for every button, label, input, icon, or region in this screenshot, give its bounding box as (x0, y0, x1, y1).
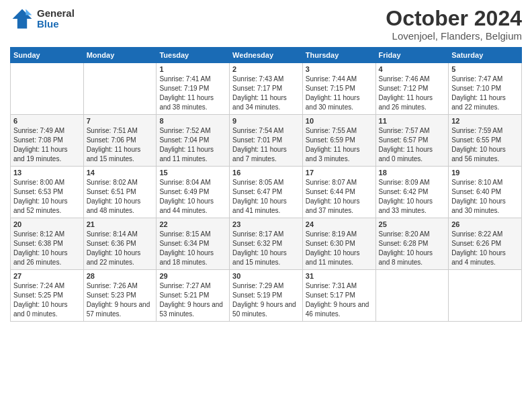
day-number: 7 (87, 117, 154, 125)
header-day-thursday: Thursday (302, 48, 375, 63)
day-info: Sunrise: 7:47 AM Sunset: 7:10 PM Dayligh… (451, 75, 519, 112)
calendar-cell: 27Sunrise: 7:24 AM Sunset: 5:25 PM Dayli… (11, 270, 84, 322)
day-info: Sunrise: 7:44 AM Sunset: 7:15 PM Dayligh… (306, 75, 373, 112)
day-number: 22 (159, 220, 226, 228)
calendar-cell: 11Sunrise: 7:57 AM Sunset: 6:57 PM Dayli… (375, 115, 449, 167)
week-row-3: 20Sunrise: 8:12 AM Sunset: 6:38 PM Dayli… (11, 218, 522, 270)
day-info: Sunrise: 8:04 AM Sunset: 6:49 PM Dayligh… (159, 178, 226, 216)
page: General Blue October 2024 Lovenjoel, Fla… (0, 0, 532, 411)
calendar-cell: 30Sunrise: 7:29 AM Sunset: 5:19 PM Dayli… (230, 270, 303, 322)
day-number: 23 (232, 220, 300, 228)
calendar-cell: 19Sunrise: 8:10 AM Sunset: 6:40 PM Dayli… (449, 167, 522, 218)
calendar-cell: 28Sunrise: 7:26 AM Sunset: 5:23 PM Dayli… (83, 270, 157, 322)
day-info: Sunrise: 8:00 AM Sunset: 6:53 PM Dayligh… (13, 178, 81, 216)
day-info: Sunrise: 8:14 AM Sunset: 6:36 PM Dayligh… (87, 230, 154, 267)
day-info: Sunrise: 7:46 AM Sunset: 7:12 PM Dayligh… (379, 75, 446, 112)
calendar-cell: 8Sunrise: 7:52 AM Sunset: 7:04 PM Daylig… (157, 115, 230, 167)
day-number: 18 (379, 169, 446, 177)
calendar-cell: 15Sunrise: 8:04 AM Sunset: 6:49 PM Dayli… (157, 167, 230, 218)
header: General Blue October 2024 Lovenjoel, Fla… (10, 7, 522, 42)
calendar-cell: 1Sunrise: 7:41 AM Sunset: 7:19 PM Daylig… (157, 63, 230, 115)
calendar-cell: 9Sunrise: 7:54 AM Sunset: 7:01 PM Daylig… (230, 115, 303, 167)
calendar-cell: 24Sunrise: 8:19 AM Sunset: 6:30 PM Dayli… (302, 218, 375, 270)
header-day-sunday: Sunday (11, 48, 84, 63)
day-number: 24 (306, 220, 373, 228)
day-info: Sunrise: 8:05 AM Sunset: 6:47 PM Dayligh… (232, 178, 300, 216)
day-info: Sunrise: 8:22 AM Sunset: 6:26 PM Dayligh… (451, 230, 519, 267)
calendar-cell: 12Sunrise: 7:59 AM Sunset: 6:55 PM Dayli… (449, 115, 522, 167)
calendar-cell: 6Sunrise: 7:49 AM Sunset: 7:08 PM Daylig… (11, 115, 84, 167)
day-number: 17 (306, 169, 373, 177)
day-number: 4 (379, 65, 446, 73)
calendar-cell: 7Sunrise: 7:51 AM Sunset: 7:06 PM Daylig… (83, 115, 157, 167)
day-number: 19 (451, 169, 519, 177)
calendar-cell: 18Sunrise: 8:09 AM Sunset: 6:42 PM Dayli… (375, 167, 449, 218)
location-title: Lovenjoel, Flanders, Belgium (386, 30, 522, 42)
day-number: 2 (232, 65, 300, 73)
day-number: 6 (13, 117, 81, 125)
logo-icon (10, 7, 34, 31)
day-number: 8 (159, 117, 226, 125)
header-row: SundayMondayTuesdayWednesdayThursdayFrid… (11, 48, 522, 63)
day-number: 20 (13, 220, 81, 228)
calendar-cell: 4Sunrise: 7:46 AM Sunset: 7:12 PM Daylig… (375, 63, 449, 115)
day-info: Sunrise: 8:12 AM Sunset: 6:38 PM Dayligh… (13, 230, 81, 267)
day-info: Sunrise: 8:09 AM Sunset: 6:42 PM Dayligh… (379, 178, 446, 216)
calendar-cell: 31Sunrise: 7:31 AM Sunset: 5:17 PM Dayli… (302, 270, 375, 322)
day-info: Sunrise: 8:10 AM Sunset: 6:40 PM Dayligh… (451, 178, 519, 216)
calendar-body: 1Sunrise: 7:41 AM Sunset: 7:19 PM Daylig… (11, 63, 522, 322)
day-number: 10 (306, 117, 373, 125)
day-number: 9 (232, 117, 300, 125)
calendar-cell: 23Sunrise: 8:17 AM Sunset: 6:32 PM Dayli… (230, 218, 303, 270)
day-info: Sunrise: 8:19 AM Sunset: 6:30 PM Dayligh… (306, 230, 373, 267)
calendar-cell: 26Sunrise: 8:22 AM Sunset: 6:26 PM Dayli… (449, 218, 522, 270)
calendar-cell: 14Sunrise: 8:02 AM Sunset: 6:51 PM Dayli… (83, 167, 157, 218)
day-info: Sunrise: 7:27 AM Sunset: 5:21 PM Dayligh… (159, 281, 226, 319)
day-number: 5 (451, 65, 519, 73)
day-number: 16 (232, 169, 300, 177)
title-block: October 2024 Lovenjoel, Flanders, Belgiu… (386, 7, 522, 42)
calendar-cell (449, 270, 522, 322)
day-number: 3 (306, 65, 373, 73)
day-info: Sunrise: 7:26 AM Sunset: 5:23 PM Dayligh… (87, 281, 154, 319)
header-day-friday: Friday (375, 48, 449, 63)
header-day-saturday: Saturday (449, 48, 522, 63)
day-number: 30 (232, 272, 300, 280)
day-number: 26 (451, 220, 519, 228)
svg-marker-1 (26, 9, 32, 15)
day-info: Sunrise: 7:52 AM Sunset: 7:04 PM Dayligh… (159, 126, 226, 164)
logo-blue-text: Blue (37, 19, 75, 30)
day-number: 25 (379, 220, 446, 228)
week-row-4: 27Sunrise: 7:24 AM Sunset: 5:25 PM Dayli… (11, 270, 522, 322)
calendar-cell: 29Sunrise: 7:27 AM Sunset: 5:21 PM Dayli… (157, 270, 230, 322)
logo-text: General Blue (37, 8, 75, 30)
calendar-cell (83, 63, 157, 115)
calendar-cell: 5Sunrise: 7:47 AM Sunset: 7:10 PM Daylig… (449, 63, 522, 115)
week-row-2: 13Sunrise: 8:00 AM Sunset: 6:53 PM Dayli… (11, 167, 522, 218)
calendar-cell: 10Sunrise: 7:55 AM Sunset: 6:59 PM Dayli… (302, 115, 375, 167)
calendar-cell: 25Sunrise: 8:20 AM Sunset: 6:28 PM Dayli… (375, 218, 449, 270)
day-info: Sunrise: 7:54 AM Sunset: 7:01 PM Dayligh… (232, 126, 300, 164)
day-info: Sunrise: 8:20 AM Sunset: 6:28 PM Dayligh… (379, 230, 446, 267)
week-row-0: 1Sunrise: 7:41 AM Sunset: 7:19 PM Daylig… (11, 63, 522, 115)
day-info: Sunrise: 8:17 AM Sunset: 6:32 PM Dayligh… (232, 230, 300, 267)
day-info: Sunrise: 7:49 AM Sunset: 7:08 PM Dayligh… (13, 126, 81, 164)
calendar-header: SundayMondayTuesdayWednesdayThursdayFrid… (11, 48, 522, 63)
day-number: 27 (13, 272, 81, 280)
calendar-cell: 16Sunrise: 8:05 AM Sunset: 6:47 PM Dayli… (230, 167, 303, 218)
logo: General Blue (10, 7, 75, 31)
month-title: October 2024 (386, 7, 522, 30)
day-info: Sunrise: 7:55 AM Sunset: 6:59 PM Dayligh… (306, 126, 373, 164)
day-info: Sunrise: 8:15 AM Sunset: 6:34 PM Dayligh… (159, 230, 226, 267)
day-number: 11 (379, 117, 446, 125)
day-info: Sunrise: 7:31 AM Sunset: 5:17 PM Dayligh… (306, 281, 373, 319)
calendar-cell: 22Sunrise: 8:15 AM Sunset: 6:34 PM Dayli… (157, 218, 230, 270)
day-info: Sunrise: 7:59 AM Sunset: 6:55 PM Dayligh… (451, 126, 519, 164)
day-number: 13 (13, 169, 81, 177)
calendar-cell: 17Sunrise: 8:07 AM Sunset: 6:44 PM Dayli… (302, 167, 375, 218)
day-number: 31 (306, 272, 373, 280)
day-info: Sunrise: 7:41 AM Sunset: 7:19 PM Dayligh… (159, 75, 226, 112)
header-day-tuesday: Tuesday (157, 48, 230, 63)
day-number: 1 (159, 65, 226, 73)
day-info: Sunrise: 7:51 AM Sunset: 7:06 PM Dayligh… (87, 126, 154, 164)
